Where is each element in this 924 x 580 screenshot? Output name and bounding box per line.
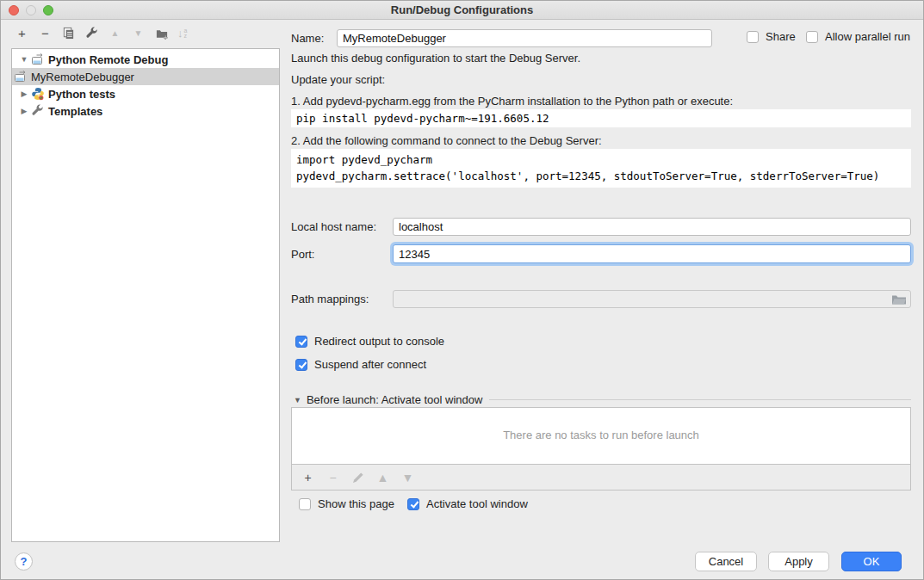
- tree-item-label: Python Remote Debug: [48, 53, 168, 66]
- redirect-output-option: Redirect output to console: [295, 335, 444, 348]
- allow-parallel-run-label: Allow parallel run: [825, 30, 910, 43]
- tree-item-label: MyRemoteDebugger: [31, 71, 134, 83]
- new-folder-icon: [155, 27, 169, 40]
- show-this-page-checkbox[interactable]: [299, 498, 311, 510]
- templates-wrench-icon: [31, 104, 45, 118]
- create-folder-icon[interactable]: [154, 26, 169, 40]
- step2-text: 2. Add the following command to connect …: [291, 134, 602, 147]
- add-task-icon[interactable]: +: [301, 470, 315, 484]
- activate-tool-window-checkbox[interactable]: [407, 498, 419, 510]
- copy-icon: [62, 27, 75, 40]
- python-tests-icon: [31, 87, 45, 101]
- tree-item-templates[interactable]: ▶ Templates: [12, 102, 279, 120]
- local-host-name-label: Local host name:: [291, 220, 376, 233]
- ok-button[interactable]: OK: [841, 552, 902, 571]
- move-task-down-icon: ▼: [400, 470, 415, 484]
- window-title: Run/Debug Configurations: [1, 3, 923, 16]
- run-debug-configurations-dialog: Run/Debug Configurations + − ▲: [0, 0, 924, 580]
- local-host-name-input[interactable]: [393, 218, 911, 236]
- remove-configuration-icon[interactable]: −: [38, 26, 53, 40]
- share-label: Share: [766, 30, 796, 43]
- tree-item-python-tests[interactable]: ▶ Python tests: [12, 85, 279, 102]
- allow-parallel-run-checkbox[interactable]: [806, 31, 818, 43]
- update-script-text: Update your script:: [291, 73, 385, 86]
- suspend-after-connect-label: Suspend after connect: [314, 358, 426, 371]
- port-input[interactable]: [393, 244, 911, 263]
- cancel-button[interactable]: Cancel: [695, 552, 757, 571]
- suspend-after-connect-checkbox[interactable]: [295, 359, 307, 371]
- move-down-icon: ▼: [131, 26, 146, 40]
- port-label: Port:: [291, 248, 314, 261]
- suspend-after-connect-option: Suspend after connect: [295, 358, 426, 371]
- remove-task-icon: −: [326, 470, 340, 484]
- expander-collapsed-icon[interactable]: ▶: [19, 89, 29, 98]
- section-divider: [489, 399, 911, 400]
- copy-configuration-icon[interactable]: [61, 26, 76, 40]
- show-this-page-label: Show this page: [318, 497, 394, 510]
- settrace-code-line2: pydevd_pycharm.settrace('localhost', por…: [296, 168, 906, 184]
- move-task-up-icon: ▲: [375, 470, 390, 484]
- expander-expanded-icon[interactable]: ▼: [19, 55, 29, 64]
- intro-text: Launch this debug configuration to start…: [291, 52, 580, 65]
- before-launch-task-list: There are no tasks to run before launch …: [291, 407, 911, 491]
- browse-folder-icon[interactable]: [891, 293, 907, 308]
- tree-item-label: Templates: [48, 105, 102, 118]
- step1-text: 1. Add pydevd-pycharm.egg from the PyCha…: [291, 95, 733, 108]
- remote-debug-icon: [31, 52, 45, 66]
- move-up-icon: ▲: [108, 26, 122, 40]
- settrace-code-line1: import pydevd_pycharm: [296, 151, 906, 168]
- name-input[interactable]: [337, 29, 712, 47]
- before-launch-title: Before launch: Activate tool window: [307, 393, 483, 406]
- path-mappings-label: Path mappings:: [291, 293, 369, 305]
- empty-tasks-text: There are no tasks to run before launch: [292, 429, 910, 441]
- expander-collapsed-icon[interactable]: ▶: [19, 107, 29, 115]
- allow-parallel-run-option: Allow parallel run: [806, 30, 910, 43]
- pip-install-code: pip install pydevd-pycharm~=191.6605.12: [291, 109, 911, 127]
- dialog-body: + − ▲ ▼: [1, 20, 923, 579]
- activate-tool-window-option: Activate tool window: [407, 497, 528, 510]
- sort-configurations-icon: ↓ az: [177, 27, 187, 40]
- activate-tool-window-label: Activate tool window: [426, 497, 528, 510]
- tree-item-label: Python tests: [48, 88, 115, 101]
- redirect-output-label: Redirect output to console: [314, 335, 444, 348]
- tree-item-python-remote-debug[interactable]: ▼ Python Remote Debug: [12, 51, 279, 68]
- name-label: Name:: [291, 32, 324, 45]
- task-list-toolbar: + − ▲ ▼: [292, 464, 910, 490]
- apply-button[interactable]: Apply: [768, 552, 829, 571]
- add-configuration-icon[interactable]: +: [15, 26, 29, 40]
- tree-item-myremotedebugger[interactable]: MyRemoteDebugger: [12, 68, 279, 85]
- redirect-output-checkbox[interactable]: [295, 336, 307, 348]
- remote-debug-icon: [14, 70, 28, 83]
- share-option: Share: [747, 30, 796, 43]
- wrench-icon: [85, 27, 98, 40]
- before-launch-header[interactable]: ▼ Before launch: Activate tool window: [294, 393, 911, 406]
- edit-task-icon: [350, 470, 365, 484]
- configurations-toolbar: + − ▲ ▼: [15, 26, 187, 40]
- settrace-code-block: import pydevd_pycharm pydevd_pycharm.set…: [291, 149, 911, 188]
- collapse-section-icon[interactable]: ▼: [294, 396, 301, 404]
- path-mappings-input[interactable]: [393, 290, 911, 308]
- show-this-page-option: Show this page: [299, 497, 394, 510]
- title-bar: Run/Debug Configurations: [1, 1, 923, 20]
- help-button[interactable]: ?: [15, 552, 33, 571]
- configurations-tree: ▼ Python Remote Debug: [11, 48, 280, 542]
- share-checkbox[interactable]: [747, 31, 759, 43]
- edit-defaults-icon[interactable]: [84, 26, 99, 40]
